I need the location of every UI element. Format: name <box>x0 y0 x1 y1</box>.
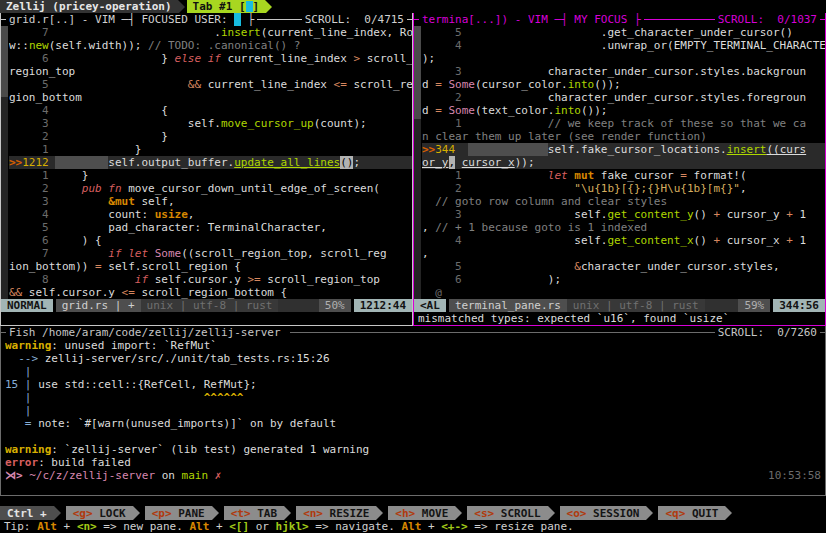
text-segment: termina[...]) - VIM ─┤ MY FOCUS ├ <box>422 13 641 26</box>
keybind-move[interactable]: <h> MOVE <box>388 506 455 520</box>
text-line[interactable]: ion_bottom)) = self.scroll_region { <box>9 260 412 273</box>
text-line[interactable]: ); <box>422 52 825 65</box>
text-line[interactable]: 2 pub fn move_cursor_down_until_edge_of_… <box>9 182 412 195</box>
text-line[interactable]: 7 if let Some((scroll_region_top, scroll… <box>9 247 412 260</box>
text-segment: } <box>55 169 88 182</box>
tab-bar: Zellij (pricey-operation) Tab #1 [] <box>0 0 826 13</box>
fish-terminal-pane[interactable]: Fish /home/aram/code/zellij/zellij-serve… <box>0 326 826 496</box>
keybind-scroll[interactable]: <s> SCROLL <box>467 506 547 520</box>
powerline-arrow-icon <box>376 506 383 520</box>
keybind-resize[interactable]: <n> RESIZE <box>296 506 376 520</box>
keybind-lock[interactable]: <g> LOCK <box>66 506 133 520</box>
key-hint: <g> <box>73 507 93 520</box>
text-line[interactable]: >>1212 self.output_buffer.update_all_lin… <box>9 156 412 169</box>
text-line[interactable]: --> zellij-server/src/./unit/tab_tests.r… <box>5 352 821 365</box>
keybind-session[interactable]: <o> SESSION <box>560 506 647 520</box>
keybind-quit[interactable]: <q> QUIT <box>658 506 725 520</box>
text-segment: .get_character_under_cursor() <box>468 26 793 39</box>
scrollbar[interactable] <box>1 26 8 299</box>
text-line[interactable]: d = Some(text_color.into()); <box>422 104 825 117</box>
text-line[interactable]: | ^^^^^^ <box>5 391 821 404</box>
text-line[interactable]: 2 } <box>9 130 412 143</box>
text-line[interactable] <box>5 482 821 495</box>
text-line[interactable]: @ <box>422 286 825 299</box>
text-line[interactable]: region_top <box>9 65 412 78</box>
text-segment <box>468 260 574 273</box>
terminal-pane-rs-pane[interactable]: termina[...]) - VIM ─┤ MY FOCUS ├ SCROLL… <box>413 13 826 326</box>
text-line[interactable]: d = Some(cursor_color.into()); <box>422 78 825 91</box>
scrollbar-thumb[interactable] <box>1 26 8 97</box>
text-line[interactable]: 5 pad_character: TerminalCharacter, <box>9 221 412 234</box>
text-segment <box>55 247 108 260</box>
text-segment: 3 <box>422 65 468 78</box>
text-segment: <n> <box>77 520 97 533</box>
text-line[interactable]: 3 character_under_cursor.styles.backgrou… <box>422 65 825 78</box>
text-line[interactable]: 1 let mut fake_cursor = format!( <box>422 169 825 182</box>
scrollbar-thumb[interactable] <box>414 26 421 119</box>
text-line[interactable]: w::new(self.width)); // TODO: .canonical… <box>9 39 412 52</box>
text-segment: , <box>422 221 435 234</box>
text-line[interactable]: , <box>422 247 825 260</box>
text-segment: ) { <box>55 234 101 247</box>
text-segment: } <box>55 130 168 143</box>
text-line[interactable]: 8 if self.cursor.y >= scroll_region_top <box>9 273 412 286</box>
text-line[interactable]: 4 self.get_content_x() + cursor_x + 1 <box>422 234 825 247</box>
text-segment: + <box>713 234 720 247</box>
text-segment: 3 <box>9 195 55 208</box>
text-line[interactable]: = note: `#[warn(unused_imports)]` on by … <box>5 417 821 430</box>
keybind-tab[interactable]: <t> TAB <box>224 506 284 520</box>
text-segment: scroll_ <box>360 52 412 65</box>
keybind-pane[interactable]: <p> PANE <box>145 506 212 520</box>
text-segment: --> <box>5 352 45 365</box>
scrollbar[interactable] <box>414 26 421 299</box>
text-line[interactable]: gion_bottom <box>9 91 412 104</box>
editor-body[interactable]: 5 .get_character_under_cursor() 4 .unwra… <box>414 26 825 299</box>
text-line[interactable]: 6 ) { <box>9 234 412 247</box>
text-line[interactable]: 2 "\u{1b}[{};{}H\u{1b}[m{}", <box>422 182 825 195</box>
text-line[interactable]: | <box>5 404 821 417</box>
text-line[interactable]: warning: `zellij-server` (lib test) gene… <box>5 443 821 456</box>
editor-body[interactable]: 7 .insert(current_line_index, Row::new(s… <box>1 26 412 299</box>
text-line[interactable]: 3 self.move_cursor_up(count); <box>9 117 412 130</box>
text-segment: count: <box>55 208 154 221</box>
text-line[interactable]: 1 // we keep track of these so that we c… <box>422 117 825 130</box>
text-line[interactable]: 1 } <box>9 169 412 182</box>
text-line[interactable]: or_y, cursor_x)); <box>422 156 825 169</box>
text-line[interactable]: 4 count: usize, <box>9 208 412 221</box>
text-line[interactable]: 5 && current_line_index <= scroll_re <box>9 78 412 91</box>
text-line[interactable]: warning: unused import: `RefMut` <box>5 339 821 352</box>
text-line[interactable]: >>344 self.fake_cursor_locations.insert(… <box>422 143 825 156</box>
text-segment: ; <box>353 156 360 169</box>
text-line[interactable]: 6 ); <box>422 273 825 286</box>
text-line[interactable]: ⋊> ~/c/z/zellij-server on main ✗10:53:58 <box>5 469 821 482</box>
text-line[interactable]: 15 | use std::cell::{RefCell, RefMut}; <box>5 378 821 391</box>
text-line[interactable]: n clear them up later (see render functi… <box>422 130 825 143</box>
text-line[interactable]: 5 .get_character_under_cursor() <box>422 26 825 39</box>
text-line[interactable]: // goto row column and clear styles <box>422 195 825 208</box>
grid-rs-pane[interactable]: grid.r[..] - VIM ─┤ FOCUSED USER: ├ SCRO… <box>0 13 413 326</box>
text-line[interactable]: && self.cursor.y <= scroll_region_bottom… <box>9 286 412 299</box>
tab-1[interactable]: Tab #1 [] <box>187 0 266 13</box>
text-line[interactable]: 4 .unwrap_or(EMPTY_TERMINAL_CHARACTER <box>422 39 825 52</box>
text-line[interactable] <box>5 430 821 443</box>
text-segment: ()); <box>581 104 608 117</box>
text-line[interactable]: 5 &character_under_cursor.styles, <box>422 260 825 273</box>
text-line[interactable]: | <box>5 365 821 378</box>
text-line[interactable]: 2 character_under_cursor.styles.foregrou… <box>422 91 825 104</box>
pane-title-bar: termina[...]) - VIM ─┤ MY FOCUS ├ SCROLL… <box>414 13 825 26</box>
scroll-percent: 50% <box>319 299 351 312</box>
text-segment: self.scroll_region { <box>102 260 241 273</box>
text-line[interactable]: 6 } else if current_line_index > scroll_ <box>9 52 412 65</box>
text-line[interactable]: 7 .insert(current_line_index, Ro <box>9 26 412 39</box>
text-segment <box>55 195 108 208</box>
text-segment: new <box>29 39 49 52</box>
text-line[interactable]: , // + 1 because goto is 1 indexed <box>422 221 825 234</box>
text-line[interactable]: 4 { <box>9 104 412 117</box>
text-segment: get_content_y <box>607 208 693 221</box>
text-segment: or <box>249 520 276 533</box>
text-line[interactable]: 3 self.get_content_y() + cursor_y + 1 <box>422 208 825 221</box>
text-line[interactable]: 3 &mut self, <box>9 195 412 208</box>
text-line[interactable]: error: build failed <box>5 456 821 469</box>
text-segment <box>148 247 155 260</box>
text-line[interactable]: 1 } <box>9 143 412 156</box>
